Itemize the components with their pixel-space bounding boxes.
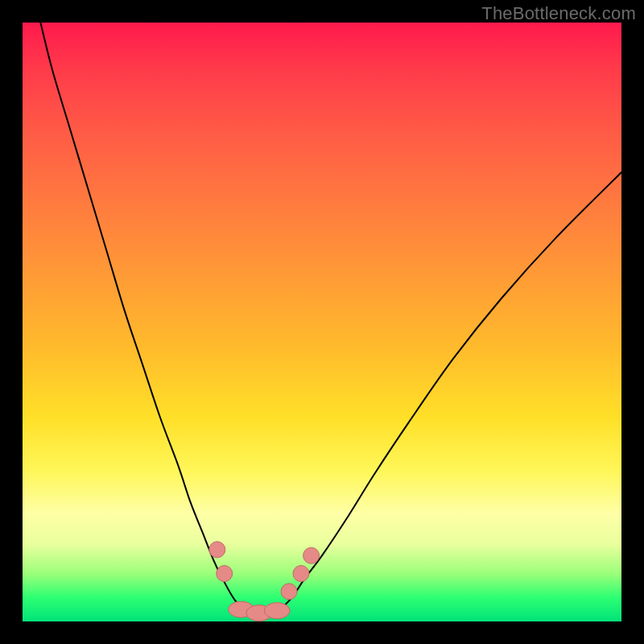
marker-left-dot-lower (217, 565, 233, 581)
chart-plot-area (23, 23, 621, 621)
watermark-label: TheBottleneck.com (481, 3, 636, 24)
marker-valley-blob-r (264, 603, 290, 619)
chart-markers (209, 542, 320, 621)
chart-overlay (23, 23, 621, 621)
series-right-curve (280, 172, 621, 609)
marker-right-dot-1 (281, 584, 297, 600)
series-left-curve (40, 23, 244, 609)
chart-curves (40, 23, 621, 613)
marker-right-dot-2 (293, 565, 309, 581)
marker-right-dot-3 (303, 547, 320, 564)
chart-frame: TheBottleneck.com (0, 0, 644, 644)
marker-left-dot-upper (209, 542, 225, 558)
